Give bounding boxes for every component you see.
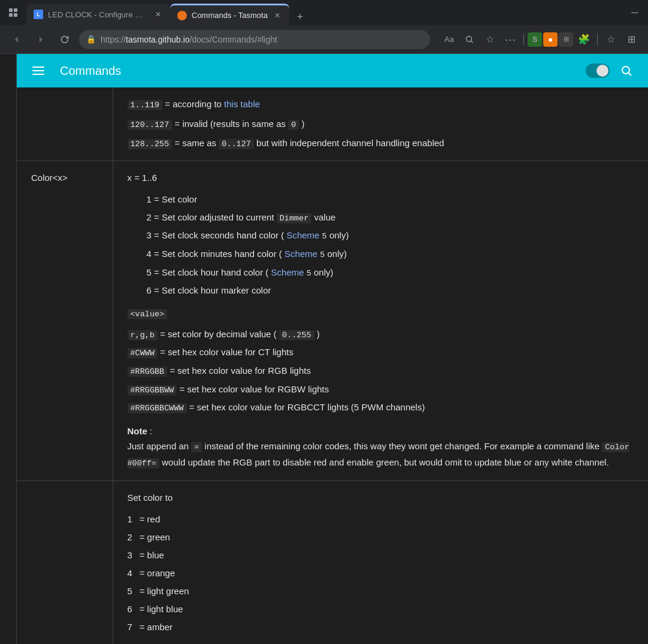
page-content: Commands 1..1 xyxy=(0,54,648,644)
x-range: x = 1..6 xyxy=(128,171,634,185)
minimize-icon[interactable]: ─ xyxy=(626,4,643,21)
tab-close-tasmota[interactable]: ✕ xyxy=(272,11,282,20)
tab-close-led[interactable]: ✕ xyxy=(153,10,163,19)
sc-text-5: = light green xyxy=(140,586,189,596)
set-color-item-5: 5 = light green xyxy=(128,584,634,598)
range-row-1: 1..119 = according to this table xyxy=(128,97,634,112)
range-text-1: = according to xyxy=(165,99,224,109)
value-label-wrap: <value> xyxy=(128,306,634,321)
svg-rect-5 xyxy=(32,66,44,68)
svg-rect-3 xyxy=(14,13,17,17)
favorites-icon[interactable]: ☆ xyxy=(601,30,620,49)
val-item-3: #RRGGBB = set hex color value for RGB li… xyxy=(128,364,634,379)
tab-led-clock[interactable]: L LED CLOCK - Configure Other ✕ xyxy=(26,4,170,25)
forward-button[interactable] xyxy=(31,30,50,49)
sc-text-7: = amber xyxy=(140,622,172,632)
toolbar-separator-2 xyxy=(597,34,598,46)
dimmer-code: Dimmer xyxy=(277,213,312,223)
sc-num-2: 2 xyxy=(128,530,137,545)
tab-tasmota[interactable]: Commands - Tasmota ✕ xyxy=(170,4,289,25)
value-label: <value> xyxy=(128,309,168,319)
extension-s-icon[interactable]: S xyxy=(528,32,542,47)
lock-icon: 🔒 xyxy=(86,35,96,44)
address-bar: 🔒 https://tasmota.github.io/docs/Command… xyxy=(0,25,648,54)
translate-icon[interactable]: Aa xyxy=(440,30,459,49)
sc-num-4: 4 xyxy=(128,566,137,580)
svg-rect-0 xyxy=(9,8,13,12)
app-title: Commands xyxy=(60,64,576,78)
sidebar-toggle-icon[interactable]: ⊞ xyxy=(622,30,641,49)
val-4-text: = set hex color value for RGBW lights xyxy=(180,384,329,394)
num-5: 5 xyxy=(147,267,152,277)
content-cell-color: x = 1..6 1 = Set color 2 = Set color adj… xyxy=(113,161,648,480)
tab-title-led: LED CLOCK - Configure Other xyxy=(48,10,149,19)
range-text-2: = invalid (results in same as xyxy=(174,119,288,129)
num-6: 6 xyxy=(147,285,152,295)
dark-mode-toggle[interactable] xyxy=(586,64,610,78)
item-5-suffix: only) xyxy=(314,267,334,277)
sc-text-6: = light blue xyxy=(140,604,183,614)
color-item-1: 1 = Set color xyxy=(147,192,634,207)
color-item-3: 3 = Set clock seconds hand color ( Schem… xyxy=(147,228,634,243)
range-code-3: 128..255 xyxy=(128,139,172,149)
svg-point-4 xyxy=(467,36,472,41)
color-item-4: 4 = Set clock minutes hand color ( Schem… xyxy=(147,247,634,262)
puzzle-icon[interactable]: 🧩 xyxy=(574,30,594,49)
item-2-text2: value xyxy=(314,212,336,222)
grid-icon[interactable] xyxy=(5,4,22,21)
new-tab-button[interactable]: + xyxy=(292,8,308,25)
toolbar-icons: Aa ☆ ⋯ S ■ ⊞ 🧩 ☆ ⊞ xyxy=(440,30,641,49)
set-color-item-7: 7 = amber xyxy=(128,620,634,634)
tab-bar-right: ─ xyxy=(626,4,643,21)
val-1-text2: ) xyxy=(317,329,320,339)
rrggbbcwww-code: #RRGGBBCWWW xyxy=(128,403,187,413)
range-text-3b: but with independent channel handling en… xyxy=(256,138,444,148)
value-items: r,g,b = set color by decimal value ( 0..… xyxy=(128,327,634,415)
hamburger-button[interactable] xyxy=(26,59,50,83)
label-cell-color: Color<x> xyxy=(17,161,113,480)
sidebar-strip xyxy=(0,54,17,644)
bookmark-star-icon[interactable]: ☆ xyxy=(480,30,499,49)
terminal-icon[interactable]: ⊞ xyxy=(559,32,573,47)
toggle-thumb xyxy=(596,65,608,77)
url-path: /docs/Commands/#light xyxy=(190,35,277,44)
scheme-link-4[interactable]: Scheme xyxy=(284,249,317,259)
color-items: 1 = Set color 2 = Set color adjusted to … xyxy=(128,192,634,298)
val-3-text: = set hex color value for RGB lights xyxy=(169,365,311,376)
refresh-button[interactable] xyxy=(55,30,74,49)
note-label: Note xyxy=(128,426,147,436)
range-inline-0127: 0..127 xyxy=(219,139,254,149)
set-color-item-2: 2 = green xyxy=(128,530,634,545)
more-icon[interactable]: ⋯ xyxy=(501,30,520,49)
tab-favicon-led: L xyxy=(34,10,43,19)
range-row-2: 120..127 = invalid (results in same as 0… xyxy=(128,117,634,132)
tab-bar: L LED CLOCK - Configure Other ✕ Commands… xyxy=(0,0,648,25)
note-block: Note : Just append an = instead of the r… xyxy=(128,424,634,471)
note-colon: : xyxy=(150,426,152,436)
back-button[interactable] xyxy=(7,30,26,49)
sc-num-1: 1 xyxy=(128,512,137,527)
item-3-suffix: only) xyxy=(329,230,349,240)
num-3: 3 xyxy=(147,230,152,240)
range-inline-0: 0 xyxy=(288,120,299,130)
set-color-header: Set color to xyxy=(128,491,634,505)
zoom-icon[interactable] xyxy=(460,30,479,49)
this-table-link[interactable]: this table xyxy=(224,99,260,109)
note-text3: would update the RGB part to disable red… xyxy=(162,457,608,467)
range-code-2: 120..127 xyxy=(128,120,172,130)
svg-point-8 xyxy=(622,66,629,74)
scheme-link-3[interactable]: Scheme xyxy=(286,230,319,240)
scheme-link-5[interactable]: Scheme xyxy=(271,267,304,277)
tabs-container: L LED CLOCK - Configure Other ✕ Commands… xyxy=(26,0,626,25)
range-text-3: = same as xyxy=(174,138,219,148)
url-protocol: https:// xyxy=(101,35,126,44)
scheme-num-3: 5 xyxy=(322,232,327,241)
search-button[interactable] xyxy=(614,59,638,83)
rgb-code: r,g,b xyxy=(128,330,158,340)
item-4-suffix: only) xyxy=(328,249,347,259)
sc-num-7: 7 xyxy=(128,620,137,634)
extension-orange-icon[interactable]: ■ xyxy=(543,32,558,47)
note-text2: instead of the remaining color codes, th… xyxy=(205,441,602,451)
address-box[interactable]: 🔒 https://tasmota.github.io/docs/Command… xyxy=(79,30,430,49)
rrggbb-code: #RRGGBB xyxy=(128,367,168,377)
